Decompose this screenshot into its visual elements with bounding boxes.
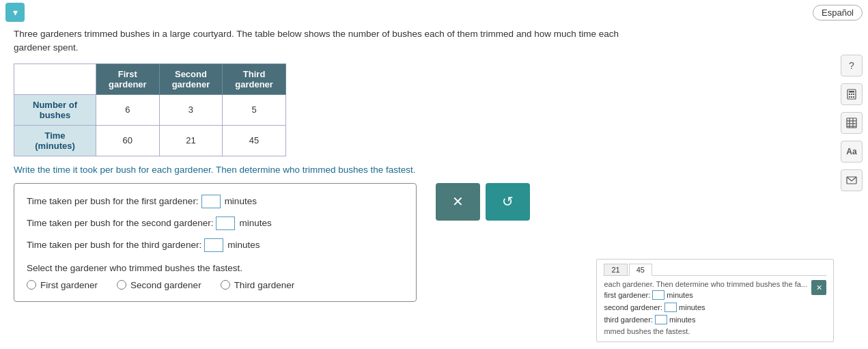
table-header-third: Thirdgardener: [223, 64, 286, 94]
help-icon[interactable]: ?: [841, 55, 863, 76]
table-icon[interactable]: [841, 112, 863, 134]
mini-panel-line-2: second gardener: minutes: [604, 303, 807, 312]
instruction-text: Write the time it took per bush for each…: [14, 165, 854, 175]
line3-prefix: Time taken per bush for the third garden…: [27, 240, 201, 250]
line1-suffix: minutes: [225, 196, 257, 206]
answer-box: Time taken per bush for the first garden…: [14, 183, 417, 302]
radio-first-gardener[interactable]: First gardener: [27, 280, 98, 290]
radio-input-first[interactable]: [27, 280, 36, 290]
answer-line-2: Time taken per bush for the second garde…: [27, 217, 404, 230]
radio-input-second[interactable]: [117, 280, 126, 290]
mini-label-second: second gardener:: [604, 303, 662, 311]
radio-input-third[interactable]: [221, 280, 230, 290]
btn-row: ✕ ↺: [436, 183, 530, 221]
table-cell-time-third: 45: [223, 125, 286, 156]
mini-panel-row: each gardener. Then determine who trimme…: [604, 280, 826, 337]
clear-button[interactable]: ✕: [436, 183, 480, 221]
espanol-button[interactable]: Español: [813, 5, 863, 20]
chevron-down-button[interactable]: ▾: [5, 3, 25, 22]
table-header-first: Firstgardener: [96, 64, 160, 94]
radio-group: First gardener Second gardener Third gar…: [27, 280, 404, 290]
top-bar: ▾ Español: [0, 0, 868, 25]
row-header-time: Time (minutes): [14, 125, 96, 156]
mini-panel-line-1: first gardener: minutes: [604, 290, 807, 300]
undo-button[interactable]: ↺: [486, 183, 530, 221]
font-icon[interactable]: Aa: [841, 141, 863, 163]
line2-prefix: Time taken per bush for the second garde…: [27, 218, 213, 228]
mini-label-first: first gardener:: [604, 291, 650, 299]
action-buttons: ✕ ↺: [436, 183, 530, 221]
svg-rect-3: [851, 94, 852, 95]
mini-minutes-3: minutes: [669, 316, 696, 324]
mini-panel-tabs: 21 45: [604, 264, 826, 276]
table-empty-header: [14, 64, 96, 94]
mini-panel-line-3: third gardener: minutes: [604, 315, 807, 324]
table-cell-time-second: 21: [159, 125, 223, 156]
svg-rect-6: [851, 96, 852, 98]
mini-panel: 21 45 each gardener. Then determine who …: [596, 259, 834, 342]
table-cell-time-first: 60: [96, 125, 160, 156]
svg-rect-4: [853, 94, 854, 95]
line2-suffix: minutes: [239, 218, 271, 228]
x-icon: ✕: [452, 193, 464, 210]
third-gardener-input[interactable]: [204, 238, 223, 252]
mini-tab-21[interactable]: 21: [604, 264, 627, 275]
radio-label-third: Third gardener: [234, 280, 295, 290]
intro-text: Three gardeners trimmed bushes in a larg…: [14, 27, 628, 55]
mini-close-button[interactable]: ✕: [811, 280, 826, 295]
table-row: Time (minutes) 60 21 45: [14, 125, 286, 156]
chevron-down-icon: ▾: [13, 7, 18, 18]
mini-input-third[interactable]: [655, 315, 667, 324]
mini-tab-45[interactable]: 45: [629, 264, 652, 276]
radio-third-gardener[interactable]: Third gardener: [221, 280, 295, 290]
mini-input-first[interactable]: [652, 290, 664, 300]
table-cell-bushes-second: 3: [159, 94, 223, 125]
select-label: Select the gardener who trimmed bushes t…: [27, 263, 404, 273]
table-header-second: Secondgardener: [159, 64, 223, 94]
second-gardener-input[interactable]: [216, 217, 235, 230]
line3-suffix: minutes: [227, 240, 260, 250]
radio-label-second: Second gardener: [130, 280, 201, 290]
calculator-icon[interactable]: [841, 83, 863, 105]
table-cell-bushes-first: 6: [96, 94, 160, 125]
svg-rect-2: [849, 94, 850, 95]
row-header-bushes: Number of bushes: [14, 94, 96, 125]
mini-truncated-2: mmed bushes the fastest.: [604, 327, 807, 335]
line1-prefix: Time taken per bush for the first garden…: [27, 196, 199, 206]
undo-icon: ↺: [502, 193, 514, 210]
right-sidebar: ? Aa: [841, 55, 863, 191]
svg-rect-5: [849, 96, 850, 98]
first-gardener-input[interactable]: [201, 195, 221, 208]
mini-input-second[interactable]: [664, 303, 677, 312]
mini-panel-text: each gardener. Then determine who trimme…: [604, 280, 807, 337]
mini-minutes-1: minutes: [667, 291, 693, 299]
table-cell-bushes-third: 5: [223, 94, 286, 125]
radio-second-gardener[interactable]: Second gardener: [117, 280, 201, 290]
svg-rect-1: [849, 91, 854, 93]
mail-icon[interactable]: [841, 169, 863, 191]
radio-label-first: First gardener: [40, 280, 98, 290]
answer-line-1: Time taken per bush for the first garden…: [27, 195, 404, 208]
answer-line-3: Time taken per bush for the third garden…: [27, 238, 404, 252]
table-row: Number of bushes 6 3 5: [14, 94, 286, 125]
data-table: Firstgardener Secondgardener Thirdgarden…: [14, 64, 286, 156]
svg-rect-7: [853, 96, 854, 98]
mini-label-third: third gardener:: [604, 316, 653, 324]
mini-truncated-1: each gardener. Then determine who trimme…: [604, 280, 807, 288]
select-section: Select the gardener who trimmed bushes t…: [27, 263, 404, 290]
mini-minutes-2: minutes: [679, 303, 705, 311]
